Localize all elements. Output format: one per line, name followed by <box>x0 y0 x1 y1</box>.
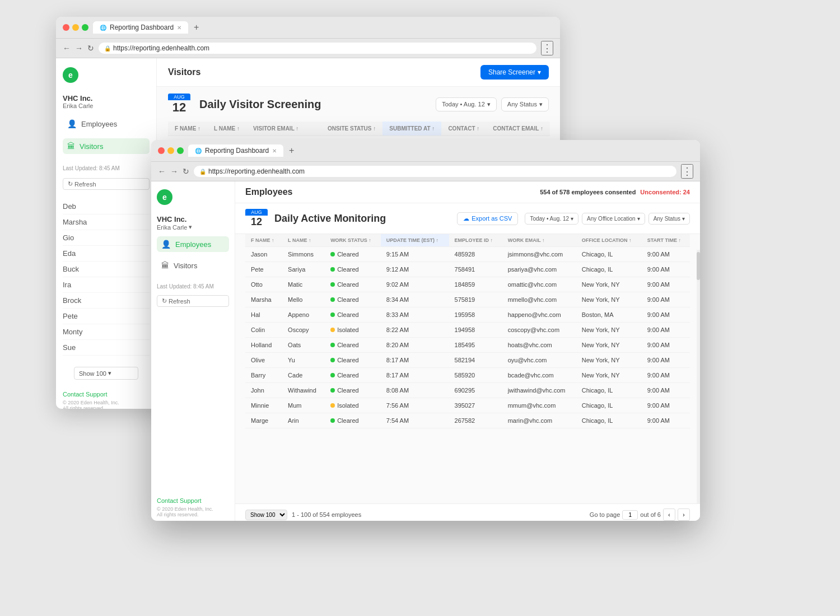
forward-button-1[interactable]: → <box>75 44 83 53</box>
location-filter-button[interactable]: Any Office Location ▾ <box>582 213 645 225</box>
reload-button-2[interactable]: ↻ <box>183 167 189 176</box>
out-of-label: out of 6 <box>640 511 661 518</box>
scrollbar-track[interactable] <box>697 250 700 503</box>
col-contact-email-1[interactable]: CONTACT EMAIL ↑ <box>486 122 550 136</box>
cell-emp-id: 758491 <box>449 262 502 277</box>
status-filter-button-1[interactable]: Any Status ▾ <box>501 97 549 111</box>
next-page-button[interactable]: › <box>678 508 690 521</box>
maximize-button-2[interactable] <box>177 147 184 154</box>
table-row: Colin Oscopy Isolated 8:22 AM 194958 cos… <box>245 323 690 338</box>
refresh-button-2[interactable]: ↻ Refresh <box>157 295 229 307</box>
cell-emp-fname: Marsha <box>245 292 282 307</box>
table-row: Jason Simmons Cleared 9:15 AM 485928 jsi… <box>245 247 690 262</box>
col-fname-1[interactable]: F NAME ↑ <box>168 122 207 136</box>
employee-table: F NAME ↑ L NAME ↑ WORK STATUS ↑ UPDATE T… <box>245 234 690 428</box>
new-tab-button-1[interactable]: + <box>190 21 202 34</box>
sidebar-item-visitors-2[interactable]: 🏛 Visitors <box>157 258 229 273</box>
location-filter-chevron: ▾ <box>637 216 640 222</box>
filter-group-2: Today • Aug. 12 ▾ Any Office Location ▾ … <box>525 213 690 225</box>
col-email-1[interactable]: VISITOR EMAIL ↑ <box>246 122 321 136</box>
last-updated-1: Last Updated: 8:45 AM <box>63 165 150 171</box>
cell-emp-status: Isolated <box>325 323 381 338</box>
show-select[interactable]: Show 100 <box>245 510 287 520</box>
prev-page-button[interactable]: ‹ <box>663 508 675 521</box>
company-info-2: VHC Inc. Erika Carle ▾ <box>157 215 229 231</box>
col-emp-id[interactable]: EMPLOYEE ID ↑ <box>449 234 502 247</box>
cell-emp-office: Boston, MA <box>576 307 642 323</box>
consent-text: 554 of 578 employees consented <box>540 189 636 195</box>
date-day-2: 12 <box>251 216 262 228</box>
new-tab-button-2[interactable]: + <box>286 144 297 157</box>
tab-1[interactable]: 🌐 Reporting Dashboard ✕ <box>93 21 188 34</box>
sidebar-item-visitors-1[interactable]: 🏛 Visitors <box>63 138 150 154</box>
sidebar-item-employees-2[interactable]: 👤 Employees <box>157 236 229 252</box>
col-submitted-1[interactable]: SUBMITTED AT ↑ <box>382 122 441 136</box>
cell-emp-office: New York, NY <box>576 353 642 368</box>
date-filter-button-2[interactable]: Today • Aug. 12 ▾ <box>525 213 578 225</box>
col-emp-time[interactable]: UPDATE TIME (EST) ↑ <box>381 234 449 247</box>
cell-emp-time: 8:20 AM <box>381 338 449 353</box>
col-emp-fname[interactable]: F NAME ↑ <box>245 234 282 247</box>
cell-emp-lname: Mello <box>282 292 325 307</box>
cell-emp-fname: Jason <box>245 247 282 262</box>
lock-icon-1: 🔒 <box>104 45 111 52</box>
minimize-button-1[interactable] <box>72 24 79 31</box>
date-filter-button-1[interactable]: Today • Aug. 12 ▾ <box>436 97 497 111</box>
cell-emp-lname: Matic <box>282 277 325 292</box>
more-button-2[interactable]: ⋮ <box>681 164 693 179</box>
col-lname-1[interactable]: L NAME ↑ <box>207 122 246 136</box>
cell-emp-fname: Otto <box>245 277 282 292</box>
cell-emp-lname: Withawind <box>282 383 325 398</box>
more-button-1[interactable]: ⋮ <box>541 41 553 55</box>
cell-emp-lname: Simmons <box>282 247 325 262</box>
scrollbar-thumb[interactable] <box>697 252 700 280</box>
contact-support-1[interactable]: Contact Support <box>63 391 150 398</box>
refresh-button-1[interactable]: ↻ Refresh <box>63 178 150 190</box>
col-contact-1[interactable]: CONTACT ↑ <box>441 122 486 136</box>
cell-emp-start: 9:00 AM <box>642 398 690 413</box>
url-bar-2[interactable]: 🔒 https://reporting.edenhealth.com <box>194 166 676 177</box>
share-screener-button[interactable]: Share Screener ▾ <box>480 65 549 80</box>
col-emp-email[interactable]: WORK EMAIL ↑ <box>502 234 576 247</box>
cell-emp-office: New York, NY <box>576 292 642 307</box>
status-filter-label-2: Any Status <box>654 216 680 222</box>
page-number-input[interactable] <box>622 510 638 520</box>
forward-button-2[interactable]: → <box>170 167 178 176</box>
cell-emp-office: New York, NY <box>576 338 642 353</box>
cell-emp-id: 585920 <box>449 368 502 383</box>
col-emp-lname[interactable]: L NAME ↑ <box>282 234 325 247</box>
tab-2[interactable]: 🌐 Reporting Dashboard ✕ <box>188 144 283 157</box>
tab-close-2[interactable]: ✕ <box>272 148 277 154</box>
cell-emp-email: oyu@vhc.com <box>502 353 576 368</box>
close-button-2[interactable] <box>158 147 165 154</box>
pagination-bar: Show 100 1 - 100 of 554 employees Go to … <box>235 503 700 521</box>
maximize-button-1[interactable] <box>82 24 88 31</box>
date-filter-label-1: Today • Aug. 12 <box>442 101 485 108</box>
status-filter-button-2[interactable]: Any Status ▾ <box>648 213 690 225</box>
show-100-button-1[interactable]: Show 100 ▾ <box>74 367 138 380</box>
status-filter-label-1: Any Status <box>507 101 537 108</box>
url-bar-1[interactable]: 🔒 https://reporting.edenhealth.com <box>99 43 536 54</box>
tab-bar-1: 🌐 Reporting Dashboard ✕ + <box>93 21 553 34</box>
back-button-2[interactable]: ← <box>158 167 166 176</box>
table-row: Barry Cade Cleared 8:17 AM 585920 bcade@… <box>245 368 690 383</box>
col-emp-start[interactable]: START TIME ↑ <box>642 234 690 247</box>
date-filter-chevron-1: ▾ <box>487 101 491 108</box>
export-csv-button[interactable]: ☁ Export as CSV <box>457 212 518 225</box>
reload-button-1[interactable]: ↻ <box>87 44 94 53</box>
contact-support-2[interactable]: Contact Support <box>157 497 229 504</box>
col-emp-status[interactable]: WORK STATUS ↑ <box>325 234 381 247</box>
col-status-1[interactable]: ONSITE STATUS ↑ <box>321 122 382 136</box>
close-button-1[interactable] <box>63 24 69 31</box>
back-button-1[interactable]: ← <box>63 44 71 53</box>
company-name-1: VHC Inc. <box>63 94 150 102</box>
employees-icon-2: 👤 <box>161 240 171 249</box>
date-filter-label-2: Today • Aug. 12 <box>530 216 569 222</box>
sidebar-item-employees-1[interactable]: 👤 Employees <box>63 116 150 132</box>
cell-emp-status: Cleared <box>325 368 381 383</box>
table-row: Hal Appeno Cleared 8:33 AM 195958 happen… <box>245 307 690 323</box>
tab-close-1[interactable]: ✕ <box>177 25 181 31</box>
minimize-button-2[interactable] <box>167 147 174 154</box>
cell-emp-time: 8:17 AM <box>381 368 449 383</box>
col-emp-office[interactable]: OFFICE LOCATION ↑ <box>576 234 642 247</box>
